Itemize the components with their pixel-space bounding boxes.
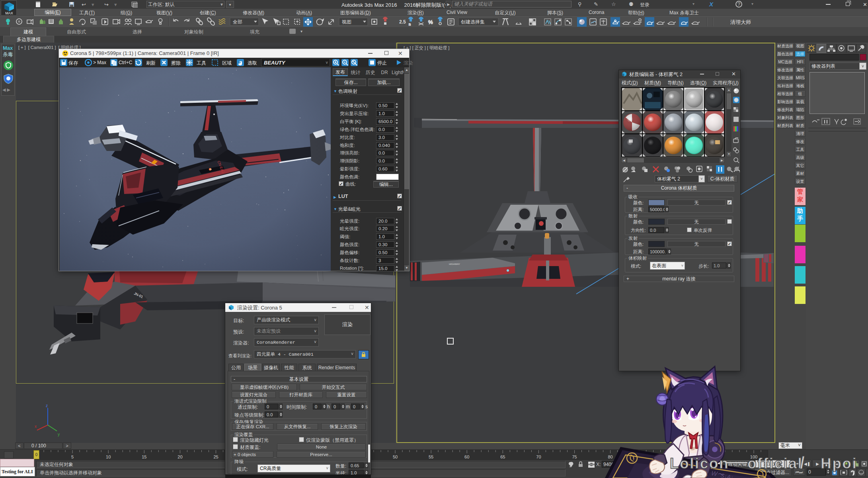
svg-text:y: y bbox=[58, 432, 60, 437]
svg-text:70: 70 bbox=[536, 454, 541, 459]
svg-text:55: 55 bbox=[429, 454, 433, 459]
svg-text:z: z bbox=[46, 404, 48, 408]
svg-text:50: 50 bbox=[393, 454, 398, 459]
svg-text:创建选择集: 创建选择集 bbox=[460, 19, 485, 25]
svg-text:65: 65 bbox=[500, 454, 505, 459]
svg-text:15: 15 bbox=[142, 454, 146, 459]
svg-text:20: 20 bbox=[178, 454, 182, 459]
svg-text:10: 10 bbox=[106, 454, 111, 459]
svg-text:75: 75 bbox=[572, 454, 577, 459]
svg-text:25: 25 bbox=[213, 454, 218, 459]
svg-text:%: % bbox=[428, 19, 433, 25]
svg-text:60: 60 bbox=[464, 454, 469, 459]
svg-text:n: n bbox=[409, 22, 411, 26]
svg-text:全部: 全部 bbox=[233, 19, 242, 25]
svg-text:x: x bbox=[35, 424, 37, 429]
svg-text:5: 5 bbox=[71, 454, 74, 459]
svg-text:视图: 视图 bbox=[341, 19, 351, 25]
svg-text:HIGHWAY: HIGHWAY bbox=[449, 263, 460, 265]
svg-text:清理大师: 清理大师 bbox=[730, 19, 751, 25]
svg-text:2.5: 2.5 bbox=[399, 19, 406, 25]
